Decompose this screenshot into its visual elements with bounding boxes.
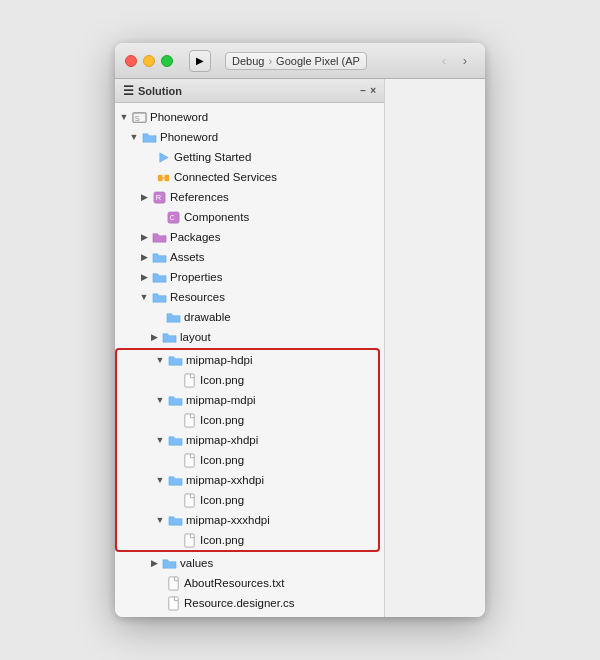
ide-window: ▶ Debug › Google Pixel (AP ‹ › ☰ Solutio… bbox=[115, 43, 485, 617]
toggle-properties[interactable]: ▶ bbox=[137, 270, 151, 284]
toggle-mipmap-xxxhdpi[interactable]: ▼ bbox=[153, 513, 167, 527]
maximize-button[interactable] bbox=[161, 55, 173, 67]
resource-designer-icon bbox=[165, 595, 181, 611]
debug-config[interactable]: Debug › Google Pixel (AP bbox=[225, 52, 367, 70]
panel-close-btn[interactable]: × bbox=[370, 86, 376, 96]
toggle-assets[interactable]: ▶ bbox=[137, 250, 151, 264]
tree-item-mipmap-mdpi[interactable]: ▼ mipmap-mdpi bbox=[117, 390, 378, 410]
tree-item-about-resources[interactable]: AboutResources.txt bbox=[115, 573, 384, 593]
tree-item-layout[interactable]: ▶ layout bbox=[115, 327, 384, 347]
label-resource-designer: Resource.designer.cs bbox=[184, 597, 295, 609]
solution-panel: ☰ Solution − × ▼ S Phoneword bbox=[115, 79, 385, 617]
label-mipmap-xxxhdpi: mipmap-xxxhdpi bbox=[186, 514, 270, 526]
label-mipmap-mdpi: mipmap-mdpi bbox=[186, 394, 256, 406]
tree-item-packages[interactable]: ▶ Packages bbox=[115, 227, 384, 247]
toggle-resources[interactable]: ▼ bbox=[137, 290, 151, 304]
solution-icon: S bbox=[131, 109, 147, 125]
label-values: values bbox=[180, 557, 213, 569]
tree-item-getting-started[interactable]: Getting Started bbox=[115, 147, 384, 167]
tree-item-icon-xxxhdpi[interactable]: Icon.png bbox=[117, 530, 378, 550]
file-icon-hdpi bbox=[181, 372, 197, 388]
mipmap-mdpi-icon bbox=[167, 392, 183, 408]
toggle-mipmap-mdpi[interactable]: ▼ bbox=[153, 393, 167, 407]
mipmap-xxxhdpi-icon bbox=[167, 512, 183, 528]
tree-item-mipmap-xhdpi[interactable]: ▼ mipmap-xhdpi bbox=[117, 430, 378, 450]
label-drawable: drawable bbox=[184, 311, 231, 323]
svg-text:S: S bbox=[134, 114, 139, 123]
file-tree: ▼ S Phoneword ▼ Phoneword bbox=[115, 103, 384, 617]
tree-item-phoneword-proj[interactable]: ▼ Phoneword bbox=[115, 127, 384, 147]
nav-forward-button[interactable]: › bbox=[455, 51, 475, 71]
device-label: Google Pixel (AP bbox=[276, 55, 360, 67]
tree-item-values[interactable]: ▶ values bbox=[115, 553, 384, 573]
svg-rect-13 bbox=[184, 493, 193, 506]
right-pane bbox=[385, 79, 485, 617]
about-resources-icon bbox=[165, 575, 181, 591]
tree-item-components[interactable]: C Components bbox=[115, 207, 384, 227]
components-icon: C bbox=[165, 209, 181, 225]
label-mipmap-xxhdpi: mipmap-xxhdpi bbox=[186, 474, 264, 486]
tree-item-properties[interactable]: ▶ Properties bbox=[115, 267, 384, 287]
svg-rect-4 bbox=[164, 174, 169, 181]
debug-label: Debug bbox=[232, 55, 264, 67]
label-mipmap-xhdpi: mipmap-xhdpi bbox=[186, 434, 258, 446]
label-components: Components bbox=[184, 211, 249, 223]
toggle-values[interactable]: ▶ bbox=[147, 556, 161, 570]
label-resources: Resources bbox=[170, 291, 225, 303]
label-properties: Properties bbox=[170, 271, 222, 283]
label-icon-hdpi: Icon.png bbox=[200, 374, 244, 386]
getting-started-icon bbox=[155, 149, 171, 165]
label-icon-xxxhdpi: Icon.png bbox=[200, 534, 244, 546]
toggle-mipmap-hdpi[interactable]: ▼ bbox=[153, 353, 167, 367]
tree-item-references[interactable]: ▶ R References bbox=[115, 187, 384, 207]
values-icon bbox=[161, 555, 177, 571]
file-icon-mdpi bbox=[181, 412, 197, 428]
tree-item-connected-services[interactable]: Connected Services bbox=[115, 167, 384, 187]
label-about-resources: AboutResources.txt bbox=[184, 577, 284, 589]
toggle-layout[interactable]: ▶ bbox=[147, 330, 161, 344]
tree-item-icon-mdpi[interactable]: Icon.png bbox=[117, 410, 378, 430]
minimize-button[interactable] bbox=[143, 55, 155, 67]
svg-rect-14 bbox=[184, 533, 193, 546]
label-packages: Packages bbox=[170, 231, 221, 243]
title-bar: ▶ Debug › Google Pixel (AP ‹ › bbox=[115, 43, 485, 79]
svg-text:C: C bbox=[169, 214, 174, 221]
label-assets: Assets bbox=[170, 251, 205, 263]
toggle-phoneword-root[interactable]: ▼ bbox=[117, 110, 131, 124]
tree-item-assets[interactable]: ▶ Assets bbox=[115, 247, 384, 267]
svg-text:R: R bbox=[155, 193, 161, 202]
mipmap-xxhdpi-icon bbox=[167, 472, 183, 488]
svg-rect-10 bbox=[184, 373, 193, 386]
tree-item-drawable[interactable]: drawable bbox=[115, 307, 384, 327]
toggle-phoneword-proj[interactable]: ▼ bbox=[127, 130, 141, 144]
nav-buttons: ‹ › bbox=[434, 51, 475, 71]
toggle-mipmap-xxhdpi[interactable]: ▼ bbox=[153, 473, 167, 487]
nav-back-button[interactable]: ‹ bbox=[434, 51, 454, 71]
tree-item-icon-xhdpi[interactable]: Icon.png bbox=[117, 450, 378, 470]
label-references: References bbox=[170, 191, 229, 203]
tree-item-mipmap-xxhdpi[interactable]: ▼ mipmap-xxhdpi bbox=[117, 470, 378, 490]
panel-header-icon: ☰ bbox=[123, 84, 134, 98]
close-button[interactable] bbox=[125, 55, 137, 67]
tree-item-icon-hdpi[interactable]: Icon.png bbox=[117, 370, 378, 390]
panel-header: ☰ Solution − × bbox=[115, 79, 384, 103]
svg-rect-12 bbox=[184, 453, 193, 466]
tree-item-mipmap-hdpi[interactable]: ▼ mipmap-hdpi bbox=[117, 350, 378, 370]
tree-item-phoneword-root[interactable]: ▼ S Phoneword bbox=[115, 107, 384, 127]
mipmap-xhdpi-icon bbox=[167, 432, 183, 448]
panel-minimize-btn[interactable]: − bbox=[360, 86, 366, 96]
toggle-packages[interactable]: ▶ bbox=[137, 230, 151, 244]
toggle-references[interactable]: ▶ bbox=[137, 190, 151, 204]
play-button[interactable]: ▶ bbox=[189, 50, 211, 72]
label-getting-started: Getting Started bbox=[174, 151, 251, 163]
tree-item-resource-designer[interactable]: Resource.designer.cs bbox=[115, 593, 384, 613]
toggle-mipmap-xhdpi[interactable]: ▼ bbox=[153, 433, 167, 447]
tree-item-resources[interactable]: ▼ Resources bbox=[115, 287, 384, 307]
resources-icon bbox=[151, 289, 167, 305]
label-phoneword-root: Phoneword bbox=[150, 111, 208, 123]
references-icon: R bbox=[151, 189, 167, 205]
tree-item-mipmap-xxxhdpi[interactable]: ▼ mipmap-xxxhdpi bbox=[117, 510, 378, 530]
tree-item-icon-xxhdpi[interactable]: Icon.png bbox=[117, 490, 378, 510]
file-icon-xhdpi bbox=[181, 452, 197, 468]
file-icon-xxhdpi bbox=[181, 492, 197, 508]
